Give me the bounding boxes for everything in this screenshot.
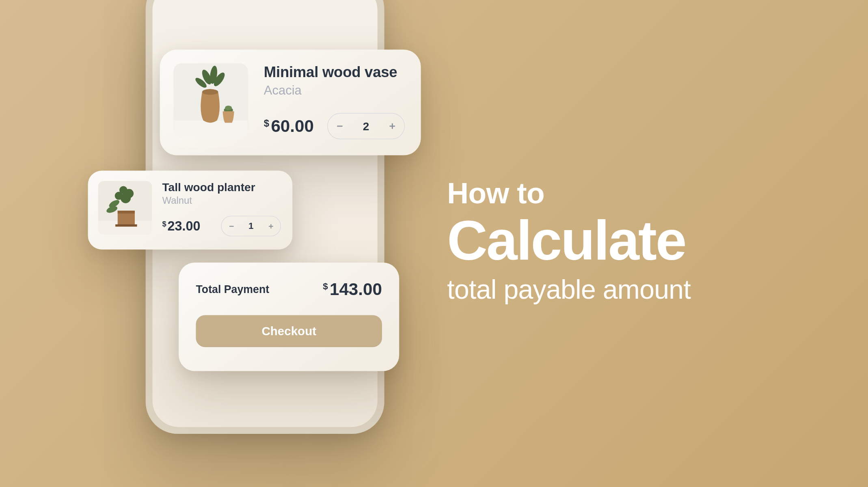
total-value: 143.00 — [330, 280, 382, 299]
price-value: 60.00 — [271, 116, 314, 136]
quantity-stepper: 1 — [221, 216, 281, 237]
svg-point-8 — [225, 106, 232, 110]
svg-point-17 — [121, 193, 131, 203]
quantity-value: 2 — [363, 120, 369, 133]
product-name: Tall wood planter — [162, 181, 281, 194]
minus-icon — [228, 223, 234, 229]
product-thumbnail — [174, 63, 248, 138]
increment-button[interactable] — [261, 216, 281, 236]
decrement-button[interactable] — [222, 216, 241, 236]
product-variant: Walnut — [162, 195, 281, 207]
decrement-button[interactable] — [328, 114, 352, 139]
plus-icon — [388, 122, 396, 130]
price-value: 23.00 — [167, 218, 200, 234]
svg-rect-23 — [229, 226, 233, 226]
svg-point-6 — [202, 89, 218, 95]
headline: How to Calculate total payable amount — [447, 176, 691, 305]
svg-rect-9 — [337, 125, 343, 127]
svg-rect-1 — [174, 121, 248, 138]
svg-rect-25 — [270, 224, 271, 228]
minus-icon — [336, 122, 344, 130]
svg-rect-11 — [392, 123, 393, 129]
plus-icon — [268, 223, 274, 229]
product-thumbnail — [98, 181, 152, 235]
currency-symbol: $ — [323, 281, 328, 291]
headline-line1: How to — [447, 176, 691, 210]
headline-line2: Calculate — [447, 211, 691, 270]
product-price: $ 60.00 — [264, 116, 314, 136]
checkout-button[interactable]: Checkout — [196, 315, 382, 347]
increment-button[interactable] — [380, 114, 404, 139]
quantity-stepper: 2 — [327, 113, 405, 140]
currency-symbol: $ — [264, 118, 269, 129]
currency-symbol: $ — [162, 220, 166, 228]
product-price: $ 23.00 — [162, 218, 200, 234]
svg-rect-21 — [118, 211, 135, 213]
quantity-value: 1 — [248, 221, 254, 231]
total-amount: $ 143.00 — [323, 280, 382, 299]
headline-line3: total payable amount — [447, 274, 691, 305]
svg-rect-22 — [115, 224, 137, 227]
product-name: Minimal wood vase — [264, 63, 405, 81]
cart-item-card: Tall wood planter Walnut $ 23.00 1 — [88, 171, 293, 250]
product-variant: Acacia — [264, 83, 405, 98]
total-card: Total Payment $ 143.00 Checkout — [179, 263, 399, 371]
total-label: Total Payment — [196, 283, 269, 296]
cart-item-card: Minimal wood vase Acacia $ 60.00 2 — [160, 50, 421, 155]
